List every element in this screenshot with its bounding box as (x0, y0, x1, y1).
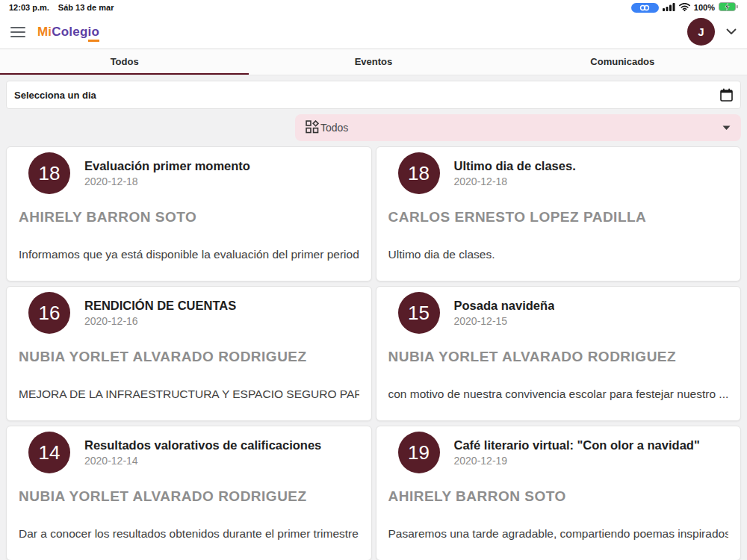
logo-body: Coleg (52, 25, 87, 39)
event-title: RENDICIÓN DE CUENTAS (84, 299, 236, 313)
filter-caret-down-icon (722, 125, 731, 131)
event-title: Ultimo dia de clases. (454, 159, 576, 173)
event-card[interactable]: 18 Evaluación primer momento 2020-12-18 … (6, 146, 372, 281)
event-description: con motivo de nuestra convivencia escola… (388, 388, 729, 401)
event-title-block: Ultimo dia de clases. 2020-12-18 (454, 152, 576, 194)
event-day-badge: 14 (28, 432, 70, 473)
event-title: Resultados valorativos de calificaciones (84, 438, 321, 452)
event-date: 2020-12-14 (84, 455, 321, 467)
event-card-header: 16 RENDICIÓN DE CUENTAS 2020-12-16 (19, 292, 359, 334)
event-author: NUBIA YORLET ALVARADO RODRIGUEZ (19, 349, 359, 365)
event-title-block: Posada navideña 2020-12-15 (454, 292, 555, 334)
event-description: Informamos que ya está disponible la eva… (19, 248, 359, 261)
status-time: 12:03 p.m. (9, 3, 49, 12)
event-day-number: 14 (39, 441, 61, 464)
date-picker-field[interactable]: Selecciona un dia (6, 81, 741, 109)
event-author: NUBIA YORLET ALVARADO RODRIGUEZ (388, 349, 729, 365)
avatar-initial: J (698, 25, 704, 38)
account-chevron-down-icon[interactable] (726, 28, 737, 35)
event-card[interactable]: 16 RENDICIÓN DE CUENTAS 2020-12-16 NUBIA… (6, 286, 372, 421)
app-header: MiColegio J (0, 15, 747, 49)
event-author: AHIRELY BARRON SOTO (19, 209, 359, 225)
event-day-badge: 15 (398, 292, 440, 334)
status-bar: 12:03 p.m. Sáb 13 de mar 100% (0, 0, 747, 15)
cards-grid: 18 Evaluación primer momento 2020-12-18 … (6, 146, 741, 560)
event-description: Ultimo dia de clases. (388, 248, 729, 261)
event-description: Dar a conocer los resultados obtenidos d… (19, 527, 359, 541)
event-title: Posada navideña (454, 299, 555, 313)
event-card-header: 18 Ultimo dia de clases. 2020-12-18 (388, 152, 729, 194)
cellular-signal-icon (663, 1, 675, 14)
event-date: 2020-12-18 (454, 175, 576, 187)
event-description: MEJORA DE LA INFRAESTRUCTURA Y ESPACIO S… (19, 388, 359, 401)
app-logo[interactable]: MiColegio (37, 25, 99, 40)
wifi-icon (679, 1, 690, 14)
event-day-number: 16 (39, 302, 61, 325)
tab-eventos[interactable]: Eventos (249, 49, 498, 75)
event-card[interactable]: 14 Resultados valorativos de calificacio… (6, 426, 372, 560)
event-day-badge: 18 (398, 152, 440, 194)
event-title-block: Evaluación primer momento 2020-12-18 (84, 152, 250, 194)
category-filter-select[interactable]: Todos (295, 114, 741, 141)
event-title: Café literario virtual: "Con olor a navi… (454, 438, 700, 452)
date-picker-label: Selecciona un dia (14, 90, 96, 101)
event-title-block: Café literario virtual: "Con olor a navi… (454, 432, 700, 473)
event-date: 2020-12-19 (454, 455, 700, 467)
event-card-header: 19 Café literario virtual: "Con olor a n… (388, 432, 729, 473)
event-card[interactable]: 18 Ultimo dia de clases. 2020-12-18 CARL… (376, 146, 742, 281)
battery-percent: 100% (694, 3, 715, 12)
category-grid-icon (306, 120, 319, 136)
status-date: Sáb 13 de mar (58, 3, 114, 12)
calendar-icon[interactable] (720, 88, 733, 102)
event-card[interactable]: 19 Café literario virtual: "Con olor a n… (376, 426, 742, 560)
tab-comunicados[interactable]: Comunicados (498, 49, 747, 75)
event-title-block: Resultados valorativos de calificaciones… (84, 432, 321, 473)
battery-charging-icon (719, 1, 738, 14)
event-date: 2020-12-18 (84, 175, 250, 187)
event-day-badge: 19 (398, 432, 440, 473)
event-description: Pasaremos una tarde agradable, compartie… (388, 527, 729, 541)
logo-io: io (88, 25, 100, 42)
event-card[interactable]: 15 Posada navideña 2020-12-15 NUBIA YORL… (376, 286, 742, 421)
event-day-number: 15 (408, 302, 430, 325)
tab-todos[interactable]: Todos (0, 49, 249, 75)
event-author: CARLOS ERNESTO LOPEZ PADILLA (388, 209, 729, 225)
event-title: Evaluación primer momento (84, 159, 250, 173)
event-title-block: RENDICIÓN DE CUENTAS 2020-12-16 (84, 292, 236, 334)
event-author: AHIRELY BARRON SOTO (388, 488, 729, 505)
event-card-header: 14 Resultados valorativos de calificacio… (19, 432, 359, 473)
avatar[interactable]: J (687, 18, 715, 46)
logo-mi: Mi (37, 25, 52, 39)
status-icons: 100% (631, 1, 738, 14)
event-date: 2020-12-15 (454, 315, 555, 327)
event-card-header: 18 Evaluación primer momento 2020-12-18 (19, 152, 359, 194)
event-day-badge: 18 (28, 152, 70, 194)
event-date: 2020-12-16 (84, 315, 236, 327)
event-day-badge: 16 (28, 292, 70, 334)
event-day-number: 19 (408, 441, 430, 464)
menu-hamburger-icon[interactable] (10, 27, 25, 37)
hotspot-link-pill-icon (631, 3, 659, 13)
event-author: NUBIA YORLET ALVARADO RODRIGUEZ (19, 488, 359, 505)
app-screen: 12:03 p.m. Sáb 13 de mar 100% MiColegio (0, 0, 747, 560)
filter-selected-value: Todos (320, 122, 348, 134)
event-day-number: 18 (39, 162, 61, 185)
event-card-header: 15 Posada navideña 2020-12-15 (388, 292, 729, 334)
event-day-number: 18 (408, 162, 430, 185)
tab-bar: Todos Eventos Comunicados (0, 49, 747, 75)
